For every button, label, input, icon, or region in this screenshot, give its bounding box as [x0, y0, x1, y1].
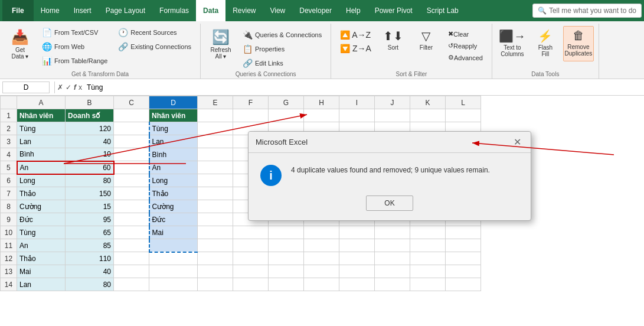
name-box[interactable]: [2, 82, 50, 93]
tab-developer[interactable]: Developer: [292, 0, 339, 21]
cell-D8[interactable]: Cường: [149, 200, 198, 213]
cell-H12[interactable]: [304, 252, 339, 265]
cell-E13[interactable]: [198, 265, 233, 278]
cell-B11[interactable]: 85: [66, 239, 114, 252]
col-header-E[interactable]: E: [198, 96, 233, 109]
existing-connections-button[interactable]: 🔗 Existing Connections: [114, 40, 195, 53]
tab-help[interactable]: Help: [339, 0, 368, 21]
cell-D6[interactable]: Long: [149, 174, 198, 187]
cell-C2[interactable]: [114, 122, 149, 135]
cell-E14[interactable]: [198, 278, 233, 291]
cell-L12[interactable]: [446, 252, 481, 265]
cell-A1[interactable]: Nhân viên: [17, 109, 66, 122]
col-header-H[interactable]: H: [304, 96, 339, 109]
cell-G12[interactable]: [269, 252, 304, 265]
cell-L1[interactable]: [446, 109, 481, 122]
cell-G10[interactable]: [269, 226, 304, 239]
cell-D3[interactable]: Lan: [149, 135, 198, 148]
cell-I12[interactable]: [339, 252, 375, 265]
cell-D4[interactable]: Bình: [149, 148, 198, 161]
cell-I13[interactable]: [339, 265, 375, 278]
cell-E9[interactable]: [198, 213, 233, 226]
edit-links-button[interactable]: 🔗 Edit Links: [238, 57, 326, 70]
cell-L10[interactable]: [446, 226, 481, 239]
cell-E12[interactable]: [198, 252, 233, 265]
cell-B2[interactable]: 120: [66, 122, 114, 135]
ribbon-search[interactable]: 🔍 Tell me what you want to do: [532, 4, 642, 18]
properties-button[interactable]: 📋 Properties: [238, 43, 326, 56]
cell-E4[interactable]: [198, 148, 233, 161]
cell-E5[interactable]: [198, 161, 233, 174]
confirm-icon[interactable]: ✓: [66, 83, 71, 92]
dialog-ok-button[interactable]: OK: [366, 195, 413, 211]
cell-F1[interactable]: [233, 109, 269, 122]
cell-A12[interactable]: Thảo: [17, 252, 66, 265]
cell-J12[interactable]: [375, 252, 410, 265]
from-text-button[interactable]: 📄 From Text/CSV: [38, 26, 112, 39]
from-table-button[interactable]: 📊 From Table/Range: [38, 54, 112, 67]
col-header-I[interactable]: I: [339, 96, 375, 109]
tab-view[interactable]: View: [263, 0, 292, 21]
cancel-icon[interactable]: ✗: [57, 83, 63, 92]
insert-function-icon[interactable]: f: [74, 83, 76, 92]
cell-C10[interactable]: [114, 226, 149, 239]
col-header-A[interactable]: A: [17, 96, 66, 109]
cell-H14[interactable]: [304, 278, 339, 291]
cell-H13[interactable]: [304, 265, 339, 278]
sort-az-button[interactable]: 🔼 A→Z: [336, 28, 375, 41]
cell-C14[interactable]: [114, 278, 149, 291]
cell-E10[interactable]: [198, 226, 233, 239]
cell-D1[interactable]: Nhân viên: [149, 109, 198, 122]
cell-H1[interactable]: [304, 109, 339, 122]
cell-L14[interactable]: [446, 278, 481, 291]
cell-E7[interactable]: [198, 187, 233, 200]
remove-duplicates-button[interactable]: 🗑 RemoveDuplicates: [563, 26, 594, 61]
cell-A13[interactable]: Mai: [17, 265, 66, 278]
cell-E1[interactable]: [198, 109, 233, 122]
clear-button[interactable]: ✖ Clear: [444, 28, 487, 40]
reapply-button[interactable]: ↺ Reapply: [444, 40, 487, 51]
col-header-J[interactable]: J: [375, 96, 410, 109]
cell-A5[interactable]: An: [17, 161, 66, 174]
cell-K12[interactable]: [410, 252, 446, 265]
cell-J10[interactable]: [375, 226, 410, 239]
tab-page-layout[interactable]: Page Layout: [99, 0, 152, 21]
cell-C12[interactable]: [114, 252, 149, 265]
col-header-L[interactable]: L: [446, 96, 481, 109]
cell-E3[interactable]: [198, 135, 233, 148]
cell-B10[interactable]: 65: [66, 226, 114, 239]
cell-E8[interactable]: [198, 200, 233, 213]
cell-K1[interactable]: [410, 109, 446, 122]
cell-C4[interactable]: [114, 148, 149, 161]
cell-A6[interactable]: Long: [17, 174, 66, 187]
cell-B6[interactable]: 80: [66, 174, 114, 187]
tab-script-lab[interactable]: Script Lab: [420, 0, 466, 21]
cell-F12[interactable]: [233, 252, 269, 265]
cell-J1[interactable]: [375, 109, 410, 122]
cell-A3[interactable]: Lan: [17, 135, 66, 148]
formula-input[interactable]: [84, 83, 642, 92]
advanced-button[interactable]: ⚙ Advanced: [444, 52, 487, 63]
cell-B14[interactable]: 80: [66, 278, 114, 291]
queries-connections-button[interactable]: 🔌 Queries & Connections: [238, 28, 326, 41]
cell-G11[interactable]: [269, 239, 304, 252]
cell-D9[interactable]: Đức: [149, 213, 198, 226]
cell-K10[interactable]: [410, 226, 446, 239]
cell-A11[interactable]: An: [17, 239, 66, 252]
cell-C11[interactable]: [114, 239, 149, 252]
cell-D14[interactable]: [149, 278, 198, 291]
recent-sources-button[interactable]: 🕐 Recent Sources: [114, 26, 195, 39]
cell-D12[interactable]: [149, 252, 198, 265]
cell-I1[interactable]: [339, 109, 375, 122]
cell-A9[interactable]: Đức: [17, 213, 66, 226]
cell-J14[interactable]: [375, 278, 410, 291]
cell-L11[interactable]: [446, 239, 481, 252]
cell-D5[interactable]: An: [149, 161, 198, 174]
cell-C3[interactable]: [114, 135, 149, 148]
cell-I11[interactable]: [339, 239, 375, 252]
cell-C9[interactable]: [114, 213, 149, 226]
cell-D2[interactable]: Tùng: [149, 122, 198, 135]
cell-B4[interactable]: 10: [66, 148, 114, 161]
from-web-button[interactable]: 🌐 From Web: [38, 40, 112, 53]
cell-G1[interactable]: [269, 109, 304, 122]
